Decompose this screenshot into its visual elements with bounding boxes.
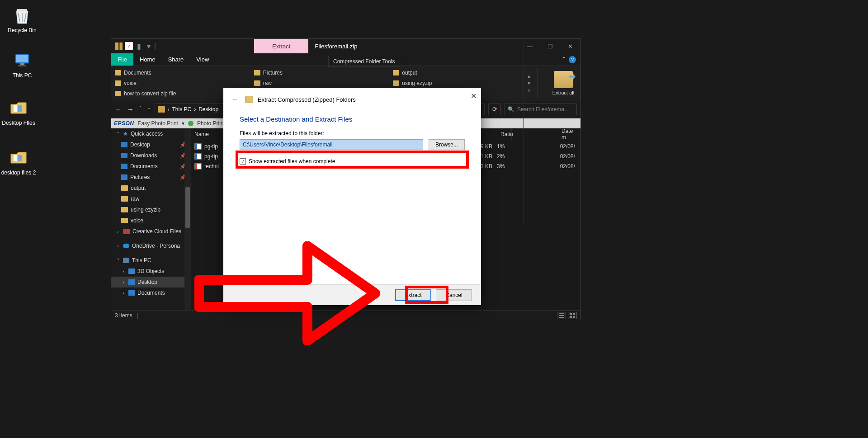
documents-icon	[128, 290, 135, 296]
window-title: Filesforemail.zip	[308, 39, 363, 53]
navpane-using-ezyzip[interactable]: using ezyzip	[111, 204, 191, 215]
ribbon-tab-home[interactable]: Home	[133, 53, 162, 66]
downloads-icon	[121, 153, 127, 158]
this-pc-icon	[12, 50, 33, 71]
word-doc-icon	[194, 153, 202, 160]
folder-icon	[254, 80, 260, 86]
desktop-icon-label: This PC	[13, 72, 32, 79]
nav-forward-button[interactable]: →	[127, 105, 134, 113]
breadcrumb-desktop[interactable]: Desktop	[198, 106, 218, 113]
desktop-icon-this-pc[interactable]: This PC	[4, 50, 41, 79]
dialog-close-button[interactable]: ✕	[471, 92, 476, 100]
show-extracted-checkbox[interactable]: ✓	[240, 158, 246, 165]
navpane-desktop-2[interactable]: ›Desktop	[111, 277, 191, 287]
contextual-tab-extract[interactable]: Extract	[254, 39, 308, 53]
navpane-creative-cloud[interactable]: ›Creative Cloud Files	[111, 226, 191, 237]
desktop-icon-desktop-files-2[interactable]: desktop files 2	[0, 147, 37, 176]
svg-rect-3	[20, 63, 24, 65]
nav-up-button[interactable]: ↑	[147, 105, 151, 113]
svg-rect-11	[559, 313, 564, 314]
folder-icon	[393, 80, 399, 86]
navpane-quick-access[interactable]: ˅★Quick access	[111, 128, 191, 139]
zip-folder-icon	[245, 96, 253, 103]
ribbon-dest-item[interactable]: Documents	[115, 68, 246, 78]
3d-objects-icon	[128, 268, 135, 274]
navpane-desktop[interactable]: Desktop📌	[111, 139, 191, 150]
svg-rect-4	[18, 65, 26, 66]
nav-back-button[interactable]: ←	[115, 105, 122, 113]
folder-icon	[121, 218, 128, 223]
qat-check-icon[interactable]: ✓	[125, 42, 133, 50]
creative-cloud-icon	[123, 229, 130, 234]
svg-rect-2	[16, 55, 28, 62]
status-bar: 3 items |	[111, 310, 580, 320]
svg-rect-7	[14, 155, 17, 161]
view-details-icon[interactable]	[557, 312, 566, 319]
navpane-scrollbar[interactable]	[184, 128, 191, 310]
pictures-icon	[121, 174, 127, 180]
navpane-downloads[interactable]: Downloads📌	[111, 150, 191, 161]
destination-path-input[interactable]	[240, 139, 423, 150]
navpane-3d-objects[interactable]: ›3D Objects	[111, 266, 191, 277]
epson-easy-photo-print[interactable]: Easy Photo Print	[138, 120, 178, 127]
dropdown-icon[interactable]: ▾	[182, 120, 184, 127]
extract-button[interactable]: Extract	[395, 289, 431, 301]
folder-icon	[8, 147, 29, 168]
folder-icon	[115, 70, 121, 75]
navpane-onedrive[interactable]: ›OneDrive - Persona	[111, 240, 191, 251]
dialog-title: Select a Destination and Extract Files	[223, 104, 481, 127]
epson-status-icon	[188, 121, 193, 126]
breadcrumb-sep: ›	[168, 106, 170, 113]
qat-folder-icon[interactable]: ▮	[135, 42, 143, 50]
dialog-subtitle: Files will be extracted to this folder:	[223, 127, 481, 139]
app-icon	[115, 42, 123, 50]
view-large-icon[interactable]	[568, 312, 577, 319]
breadcrumb-this-pc[interactable]: This PC	[172, 106, 192, 113]
ribbon-dest-item[interactable]: raw	[254, 78, 385, 88]
cancel-button[interactable]: Cancel	[436, 289, 472, 301]
ribbon-tab-file[interactable]: File	[111, 53, 133, 66]
folder-icon	[121, 185, 128, 191]
ribbon-tab-view[interactable]: View	[190, 53, 215, 66]
browse-button[interactable]: Browse...	[429, 139, 465, 150]
navpane-voice[interactable]: voice	[111, 215, 191, 226]
svg-rect-6	[18, 105, 22, 112]
folder-icon	[393, 70, 399, 75]
column-header-date[interactable]: Date m	[558, 43, 580, 225]
ribbon-divider	[538, 68, 538, 98]
ribbon-gallery-scroll[interactable]: ▴▾▿	[524, 68, 534, 98]
documents-icon	[121, 164, 127, 169]
this-pc-icon	[123, 258, 129, 263]
navpane-this-pc[interactable]: ˅This PC	[111, 255, 191, 266]
scrollbar-thumb[interactable]	[185, 187, 190, 228]
navpane-documents[interactable]: Documents📌	[111, 161, 191, 172]
ribbon-dest-item[interactable]: voice	[115, 78, 246, 88]
folder-icon	[121, 207, 128, 212]
desktop-icon-desktop-files[interactable]: Desktop FIles	[0, 97, 37, 126]
desktop-icon	[128, 279, 135, 285]
qat-dropdown-icon[interactable]: ▾	[145, 42, 153, 50]
ribbon-tab-share[interactable]: Share	[162, 53, 190, 66]
status-item-count: 3 items	[115, 312, 132, 319]
window-maximize-button[interactable]: ☐	[540, 39, 560, 53]
svg-rect-13	[559, 317, 564, 318]
svg-rect-5	[14, 105, 17, 112]
navpane-raw[interactable]: raw	[111, 193, 191, 204]
navpane-output[interactable]: output	[111, 183, 191, 193]
desktop-icon-recycle-bin[interactable]: Recycle Bin	[4, 5, 41, 33]
svg-rect-12	[559, 315, 564, 316]
navpane-pictures[interactable]: Pictures📌	[111, 172, 191, 183]
svg-rect-0	[17, 9, 27, 11]
address-bar-icon	[158, 106, 165, 113]
show-extracted-label: Show extracted files when complete	[249, 158, 335, 165]
epson-photo-print[interactable]: Photo Print	[197, 120, 224, 127]
breadcrumb-sep: ›	[194, 106, 196, 113]
nav-recent-button[interactable]: ˅	[139, 105, 142, 113]
powerpoint-icon	[194, 163, 202, 170]
column-header-ratio[interactable]: Ratio	[497, 43, 524, 225]
navpane-documents-2[interactable]: ›Documents	[111, 287, 191, 298]
svg-rect-15	[573, 313, 575, 315]
ribbon-dest-item[interactable]: Pictures	[254, 68, 385, 78]
word-doc-icon	[194, 143, 202, 150]
dialog-back-button[interactable]: ←	[231, 95, 239, 104]
